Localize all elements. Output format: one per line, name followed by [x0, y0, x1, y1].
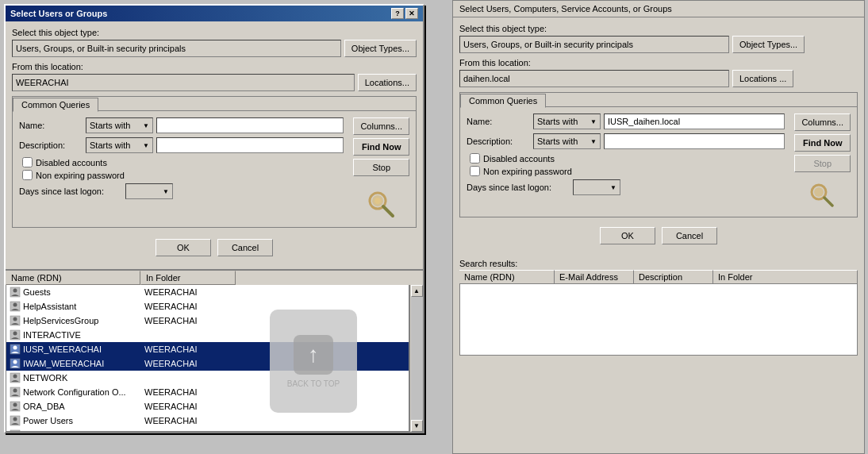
user-icon: [10, 287, 21, 298]
right-magnifier-icon: [808, 182, 837, 210]
right-col-email[interactable]: E-Mail Address: [555, 270, 634, 283]
right-non-expiring-checkbox[interactable]: [470, 166, 480, 176]
scrollbar[interactable]: ▲ ▼: [409, 285, 423, 432]
table-row[interactable]: GuestsWEERACHAI: [6, 285, 409, 299]
right-days-dropdown[interactable]: ▼: [573, 179, 620, 195]
right-tab-content: Name: Starts with ▼ Description: Starts …: [460, 106, 857, 217]
description-dropdown-arrow: ▼: [143, 142, 149, 149]
svg-point-21: [13, 403, 17, 407]
object-type-row: Object Types...: [12, 40, 417, 57]
left-dialog-body: Select this object type: Object Types...…: [6, 21, 423, 269]
up-arrow-icon: ↑: [294, 335, 333, 375]
table-row[interactable]: Power UsersWEERACHAI: [6, 414, 409, 428]
locations-button[interactable]: Locations...: [358, 74, 417, 91]
back-to-top[interactable]: ↑ BACK TO TOP: [270, 310, 357, 413]
right-object-type-input[interactable]: [459, 36, 729, 53]
svg-line-28: [824, 198, 832, 206]
right-days-row: Days since last logon: ▼: [467, 179, 785, 195]
user-icon: [10, 344, 21, 355]
name-dropdown[interactable]: Starts with ▼: [86, 117, 153, 133]
location-label: From this location:: [12, 62, 417, 71]
svg-point-7: [13, 303, 17, 307]
right-description-label: Description:: [467, 137, 530, 146]
right-ok-button[interactable]: OK: [600, 227, 655, 244]
right-common-queries-tab[interactable]: Common Queries: [460, 94, 546, 108]
tab-bar: Common Queries: [13, 97, 416, 111]
object-types-button[interactable]: Object Types...: [344, 40, 417, 57]
user-icon: [10, 387, 21, 398]
action-buttons: Columns... Find Now Stop: [353, 117, 409, 221]
right-name-input[interactable]: [604, 114, 785, 129]
right-tab-bar: Common Queries: [460, 93, 857, 107]
svg-point-23: [13, 417, 17, 421]
tab-inner: Name: Starts with ▼ Description: Starts …: [19, 117, 409, 221]
right-object-type-label: Select this object type:: [459, 24, 858, 33]
right-description-dropdown[interactable]: Starts with ▼: [533, 133, 601, 149]
days-dropdown[interactable]: ▼: [125, 183, 173, 199]
right-days-dropdown-arrow: ▼: [610, 184, 616, 191]
svg-point-15: [13, 360, 17, 364]
disabled-accounts-checkbox[interactable]: [22, 157, 33, 167]
right-query-tabs: Common Queries Name: Starts with ▼: [459, 92, 858, 217]
right-disabled-accounts-checkbox[interactable]: [470, 153, 480, 164]
non-expiring-label: Non expiring password: [36, 171, 125, 180]
right-non-expiring-row: Non expiring password: [470, 166, 785, 176]
cancel-button[interactable]: Cancel: [217, 239, 273, 256]
non-expiring-row: Non expiring password: [22, 170, 344, 180]
non-expiring-checkbox[interactable]: [22, 170, 33, 180]
right-col-name[interactable]: Name (RDN): [459, 270, 555, 283]
right-description-input[interactable]: [604, 133, 785, 149]
svg-point-3: [374, 198, 381, 204]
disabled-accounts-row: Disabled accounts: [22, 157, 344, 167]
find-now-button[interactable]: Find Now: [353, 138, 409, 156]
user-icon: [10, 315, 21, 326]
scroll-down-button[interactable]: ▼: [411, 420, 423, 432]
right-name-dropdown-arrow: ▼: [590, 118, 597, 125]
description-input[interactable]: [156, 137, 344, 153]
right-object-type-row: Object Types...: [459, 36, 858, 53]
right-location-row: Locations ...: [459, 70, 858, 87]
user-icon: [10, 429, 21, 432]
svg-point-9: [13, 317, 17, 321]
left-dialog-title: Select Users or Groups: [10, 9, 107, 18]
right-topbar: Select Users, Computers, Service Account…: [453, 1, 864, 17]
col-header-folder[interactable]: In Folder: [140, 271, 236, 285]
table-row[interactable]: Remote Desktop UsersWEERACHAI: [6, 428, 409, 432]
right-results-body: [459, 284, 858, 356]
description-dropdown[interactable]: Starts with ▼: [86, 137, 153, 153]
common-queries-tab[interactable]: Common Queries: [13, 98, 98, 112]
right-columns-button[interactable]: Columns...: [794, 114, 851, 131]
name-input[interactable]: [156, 117, 344, 133]
columns-button[interactable]: Columns...: [353, 117, 409, 135]
right-name-dropdown[interactable]: Starts with ▼: [533, 114, 601, 129]
user-icon: [10, 358, 21, 369]
svg-point-17: [13, 375, 17, 379]
close-button[interactable]: ✕: [405, 8, 418, 19]
right-col-description[interactable]: Description: [634, 270, 713, 283]
days-label: Days since last logon:: [19, 187, 122, 196]
description-label: Description:: [19, 140, 83, 150]
right-location-input[interactable]: [459, 70, 729, 87]
right-locations-button[interactable]: Locations ...: [732, 70, 793, 87]
right-stop-button[interactable]: Stop: [794, 155, 851, 172]
right-find-now-button[interactable]: Find Now: [794, 134, 851, 152]
svg-point-25: [13, 432, 17, 433]
object-type-input[interactable]: [12, 40, 341, 57]
right-cancel-button[interactable]: Cancel: [662, 227, 717, 244]
location-input[interactable]: [12, 74, 355, 91]
svg-rect-24: [10, 430, 20, 432]
right-col-folder[interactable]: In Folder: [713, 270, 858, 283]
scroll-up-button[interactable]: ▲: [411, 285, 423, 297]
right-ok-cancel-row: OK Cancel: [459, 222, 858, 249]
svg-point-5: [13, 289, 17, 293]
right-name-label: Name:: [467, 117, 530, 126]
right-non-expiring-label: Non expiring password: [483, 167, 572, 176]
help-button[interactable]: ?: [391, 8, 404, 19]
right-days-label: Days since last logon:: [467, 183, 570, 192]
ok-button[interactable]: OK: [156, 239, 211, 256]
right-object-types-button[interactable]: Object Types...: [732, 36, 805, 53]
stop-button[interactable]: Stop: [353, 159, 409, 176]
col-header-name[interactable]: Name (RDN): [6, 271, 140, 285]
user-icon: [10, 372, 21, 383]
object-type-label: Select this object type:: [12, 28, 417, 37]
